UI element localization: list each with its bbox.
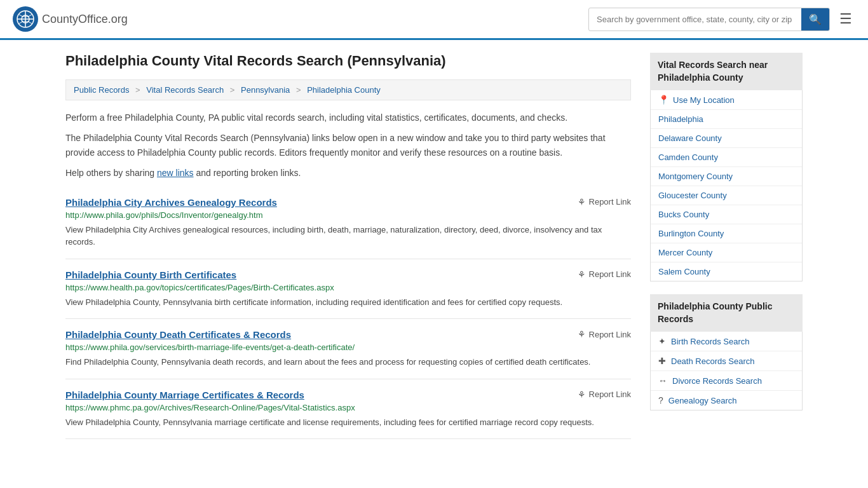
pr-item: ? Genealogy Search — [658, 395, 794, 405]
report-label: Report Link — [589, 330, 631, 339]
pr-list-item: ✚ Death Records Search — [651, 351, 802, 371]
nearby-heading: Vital Records Search near Philadelphia C… — [650, 53, 803, 90]
breadcrumb-sep-3: > — [296, 85, 301, 95]
record-url: https://www.health.pa.gov/topics/certifi… — [65, 283, 631, 292]
record-desc: View Philadelphia City Archives genealog… — [65, 224, 631, 248]
public-records-list: ✦ Birth Records Search ✚ Death Records S… — [650, 332, 803, 410]
description-3: Help others by sharing new links and rep… — [65, 166, 631, 180]
records-container: Philadelphia City Archives Genealogy Rec… — [65, 187, 631, 440]
nearby-link[interactable]: Burlington County — [658, 229, 724, 238]
breadcrumb-sep-2: > — [230, 85, 235, 95]
breadcrumb-pennsylvania[interactable]: Pennsylvania — [241, 85, 290, 95]
nearby-section: Vital Records Search near Philadelphia C… — [650, 53, 803, 281]
nearby-list-item: Burlington County — [651, 224, 802, 243]
pr-list-item: ? Genealogy Search — [651, 391, 802, 410]
record-title[interactable]: Philadelphia County Death Certificates &… — [65, 329, 291, 340]
record-item: Philadelphia County Birth Certificates ⚘… — [65, 259, 631, 320]
pr-link[interactable]: Divorce Records Search — [672, 376, 762, 386]
nearby-list-item: Philadelphia — [651, 110, 802, 129]
nearby-list-item: Bucks County — [651, 205, 802, 224]
pr-item: ✚ Death Records Search — [658, 356, 794, 366]
pr-link[interactable]: Genealogy Search — [668, 396, 737, 405]
menu-icon[interactable]: ☰ — [836, 8, 855, 30]
pr-link[interactable]: Death Records Search — [671, 356, 755, 366]
public-records-section: Philadelphia County Public Records ✦ Bir… — [650, 294, 803, 410]
nearby-link[interactable]: Philadelphia — [658, 114, 703, 124]
main-container: Philadelphia County Vital Records Search… — [53, 40, 815, 452]
breadcrumb-vital-records[interactable]: Vital Records Search — [146, 85, 224, 95]
record-header: Philadelphia City Archives Genealogy Rec… — [65, 197, 631, 208]
desc3-prefix: Help others by sharing — [65, 168, 157, 178]
nearby-link[interactable]: Camden County — [658, 152, 718, 162]
report-link[interactable]: ⚘ Report Link — [578, 390, 631, 400]
report-label: Report Link — [589, 197, 631, 207]
record-title[interactable]: Philadelphia City Archives Genealogy Rec… — [65, 197, 277, 208]
nearby-list-item: Salem County — [651, 262, 802, 281]
sidebar: Vital Records Search near Philadelphia C… — [650, 53, 803, 439]
report-icon: ⚘ — [578, 390, 586, 400]
header-right: 🔍 ☰ — [588, 8, 855, 31]
pr-item: ↔ Divorce Records Search — [658, 376, 794, 386]
header: CountyOffice.org 🔍 ☰ — [0, 0, 868, 40]
use-my-location[interactable]: Use My Location — [673, 95, 735, 105]
location-icon: 📍 — [658, 95, 669, 105]
pr-icon: ↔ — [658, 376, 667, 386]
nearby-link[interactable]: Gloucester County — [658, 191, 727, 200]
record-header: Philadelphia County Marriage Certificate… — [65, 390, 631, 400]
record-desc: View Philadelphia County, Pennsylvania m… — [65, 416, 631, 429]
pr-list-item: ↔ Divorce Records Search — [651, 371, 802, 391]
pr-link[interactable]: Birth Records Search — [671, 337, 750, 346]
nearby-list-item: Montgomery County — [651, 167, 802, 186]
page-title: Philadelphia County Vital Records Search… — [65, 53, 631, 69]
pr-list-item: ✦ Birth Records Search — [651, 332, 802, 351]
record-title[interactable]: Philadelphia County Birth Certificates — [65, 269, 236, 280]
nearby-list-item: Gloucester County — [651, 186, 802, 205]
new-links[interactable]: new links — [157, 168, 194, 178]
record-header: Philadelphia County Birth Certificates ⚘… — [65, 269, 631, 280]
breadcrumb-philadelphia-county[interactable]: Philadelphia County — [307, 85, 381, 95]
report-link[interactable]: ⚘ Report Link — [578, 197, 631, 207]
report-icon: ⚘ — [578, 197, 586, 207]
record-url: https://www.phmc.pa.gov/Archives/Researc… — [65, 403, 631, 412]
location-item: 📍 Use My Location — [658, 95, 794, 105]
nearby-link[interactable]: Salem County — [658, 267, 710, 276]
nearby-link[interactable]: Delaware County — [658, 133, 722, 143]
record-item: Philadelphia County Marriage Certificate… — [65, 379, 631, 440]
search-bar: 🔍 — [588, 8, 830, 31]
logo-text: CountyOffice.org — [42, 13, 128, 26]
report-label: Report Link — [589, 390, 631, 399]
nearby-list-item: Mercer County — [651, 243, 802, 262]
record-item: Philadelphia County Death Certificates &… — [65, 319, 631, 379]
report-label: Report Link — [589, 269, 631, 279]
search-button[interactable]: 🔍 — [801, 8, 829, 30]
pr-icon: ✚ — [658, 356, 666, 366]
record-desc: View Philadelphia County, Pennsylvania b… — [65, 296, 631, 309]
pr-item: ✦ Birth Records Search — [658, 336, 794, 346]
breadcrumb-sep-1: > — [135, 85, 140, 95]
logo-area: CountyOffice.org — [13, 6, 128, 32]
search-input[interactable] — [589, 10, 801, 29]
record-header: Philadelphia County Death Certificates &… — [65, 329, 631, 340]
report-link[interactable]: ⚘ Report Link — [578, 269, 631, 280]
record-title[interactable]: Philadelphia County Marriage Certificate… — [65, 390, 304, 400]
pr-icon: ? — [658, 395, 663, 405]
breadcrumb-public-records[interactable]: Public Records — [74, 85, 129, 95]
report-link[interactable]: ⚘ Report Link — [578, 329, 631, 339]
nearby-link[interactable]: Mercer County — [658, 248, 712, 257]
nearby-list: 📍 Use My Location PhiladelphiaDelaware C… — [650, 90, 803, 281]
record-desc: Find Philadelphia County, Pennsylvania d… — [65, 356, 631, 369]
report-icon: ⚘ — [578, 329, 586, 339]
content-area: Philadelphia County Vital Records Search… — [65, 53, 631, 439]
nearby-link[interactable]: Bucks County — [658, 210, 709, 219]
record-item: Philadelphia City Archives Genealogy Rec… — [65, 187, 631, 259]
nearby-list-item: 📍 Use My Location — [651, 90, 802, 110]
nearby-link[interactable]: Montgomery County — [658, 172, 733, 181]
desc3-suffix: and reporting broken links. — [194, 168, 301, 178]
logo-icon — [13, 6, 38, 32]
pr-icon: ✦ — [658, 336, 666, 346]
report-icon: ⚘ — [578, 269, 586, 280]
breadcrumb: Public Records > Vital Records Search > … — [65, 79, 631, 100]
record-url: https://www.phila.gov/services/birth-mar… — [65, 342, 631, 352]
description-1: Perform a free Philadelphia County, PA p… — [65, 111, 631, 125]
record-url: http://www.phila.gov/phils/Docs/Inventor… — [65, 210, 631, 220]
